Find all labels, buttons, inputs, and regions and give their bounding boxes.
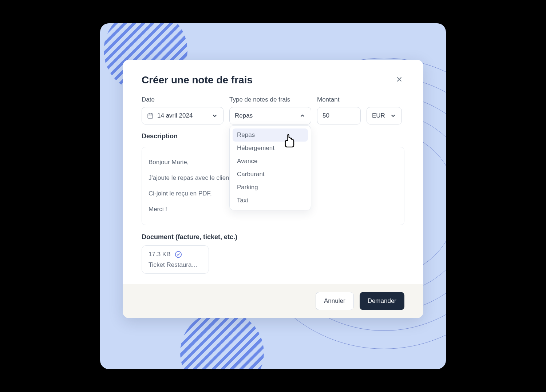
expense-type-dropdown: Repas Hébergement Avance Carburant Parki…: [229, 125, 311, 210]
chevron-down-icon: [390, 112, 396, 119]
dropdown-option-carburant[interactable]: Carburant: [233, 168, 308, 181]
svg-point-1: [175, 252, 181, 258]
expense-type-select[interactable]: Repas: [229, 107, 311, 124]
modal-title: Créer une note de frais: [142, 74, 253, 86]
dropdown-option-repas[interactable]: Repas: [233, 128, 308, 142]
amount-input[interactable]: 50: [317, 107, 361, 124]
check-circle-icon: [174, 250, 182, 258]
date-value: 14 avril 2024: [157, 112, 193, 119]
chevron-up-icon: [299, 112, 306, 119]
expense-modal: Créer une note de frais Date 14 avril 20…: [123, 60, 423, 318]
dropdown-option-hebergement[interactable]: Hébergement: [233, 142, 308, 155]
page-backdrop: Créer une note de frais Date 14 avril 20…: [100, 23, 446, 369]
file-attachment-card[interactable]: 17.3 KB Ticket Restaura…: [142, 245, 209, 274]
expense-type-label: Type de notes de frais: [229, 96, 311, 103]
currency-select[interactable]: EUR: [367, 107, 402, 124]
cancel-button[interactable]: Annuler: [316, 292, 354, 310]
chevron-down-icon: [211, 112, 218, 119]
date-label: Date: [142, 96, 223, 103]
file-size: 17.3 KB: [149, 251, 171, 258]
amount-value: 50: [323, 112, 329, 119]
calendar-icon: [147, 112, 154, 119]
dropdown-option-parking[interactable]: Parking: [233, 181, 308, 194]
close-button[interactable]: [394, 74, 404, 84]
file-name: Ticket Restaura…: [149, 261, 202, 269]
amount-label: Montant: [317, 96, 361, 103]
date-input[interactable]: 14 avril 2024: [142, 107, 223, 124]
currency-value: EUR: [372, 112, 385, 119]
dropdown-option-taxi[interactable]: Taxi: [233, 194, 308, 207]
dropdown-option-avance[interactable]: Avance: [233, 155, 308, 168]
modal-footer: Annuler Demander: [123, 284, 423, 318]
submit-button[interactable]: Demander: [360, 292, 404, 310]
close-icon: [395, 75, 403, 83]
expense-type-value: Repas: [235, 112, 253, 119]
svg-rect-0: [148, 114, 153, 118]
document-label: Document (facture, ticket, etc.): [142, 233, 404, 241]
